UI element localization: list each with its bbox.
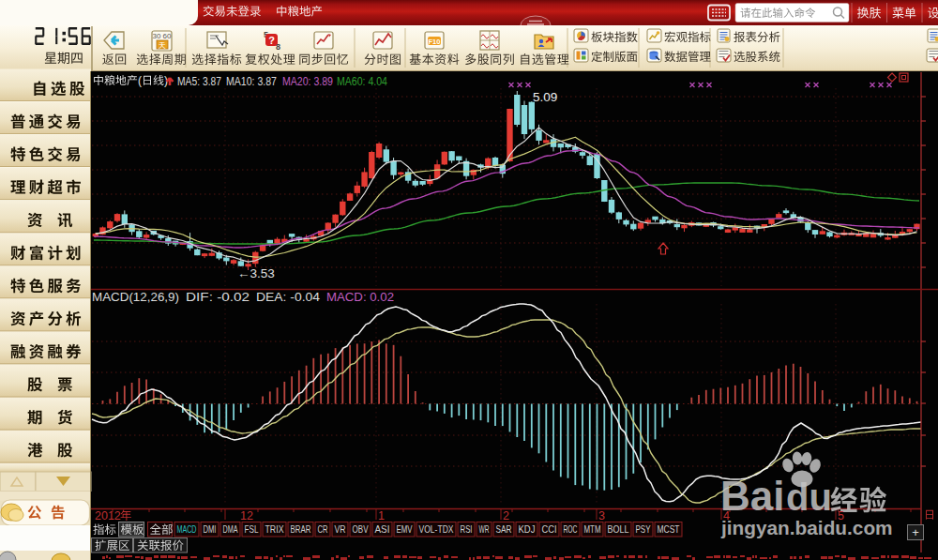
svg-text:2012: 2012: [95, 509, 121, 522]
svg-text:MA20: 3.89: MA20: 3.89: [282, 75, 333, 88]
svg-text:VOL-TDX: VOL-TDX: [419, 523, 454, 535]
svg-text:5: 5: [838, 509, 844, 522]
svg-text:Bai: Bai: [720, 473, 784, 519]
svg-text:SAR: SAR: [496, 523, 512, 535]
svg-text:DEA: -0.04: DEA: -0.04: [256, 291, 320, 304]
svg-text:DIF: -0.02: DIF: -0.02: [186, 291, 250, 304]
svg-text:3: 3: [598, 509, 605, 522]
svg-text:MA60: 4.04: MA60: 4.04: [337, 75, 387, 88]
svg-text:DMA: DMA: [223, 523, 238, 535]
svg-text:天: 天: [159, 41, 166, 50]
svg-text:MACD(12,26,9): MACD(12,26,9): [92, 291, 179, 304]
svg-text:4: 4: [723, 509, 730, 522]
svg-text:BOLL: BOLL: [608, 523, 629, 535]
svg-text:30 60: 30 60: [152, 32, 172, 40]
svg-text:PSY: PSY: [636, 523, 651, 535]
svg-text:ASI: ASI: [375, 523, 390, 535]
svg-text:OBV: OBV: [353, 523, 369, 535]
svg-text:8: 8: [276, 42, 280, 52]
svg-text:VR: VR: [335, 523, 346, 535]
svg-text:FSL: FSL: [245, 523, 259, 535]
svg-text:BRAR: BRAR: [291, 523, 311, 535]
svg-text:WR: WR: [479, 523, 490, 535]
svg-text:DMI: DMI: [204, 523, 217, 535]
svg-text:EMV: EMV: [397, 523, 413, 535]
svg-text:2: 2: [503, 509, 509, 522]
svg-text:MA10: 3.87: MA10: 3.87: [226, 75, 277, 88]
svg-text:12: 12: [240, 509, 253, 522]
svg-text:RSI: RSI: [461, 523, 473, 535]
svg-text:TRIX: TRIX: [265, 523, 284, 535]
svg-text:←3.53: ←3.53: [237, 266, 275, 280]
svg-text:ROC: ROC: [564, 523, 578, 535]
svg-text:jingyan.baidu.com: jingyan.baidu.com: [720, 517, 893, 538]
svg-text:MACD: 0.02: MACD: 0.02: [326, 291, 394, 304]
svg-text:?: ?: [268, 35, 275, 46]
svg-text:MA5: 3.87: MA5: 3.87: [177, 75, 221, 88]
svg-text:F10: F10: [429, 38, 441, 46]
svg-text:MCST: MCST: [658, 523, 680, 535]
svg-text:CR: CR: [318, 523, 328, 535]
svg-text:MACD: MACD: [177, 523, 197, 535]
svg-text:CCI: CCI: [542, 523, 557, 535]
svg-text:1: 1: [378, 509, 385, 522]
svg-text:(: (: [138, 74, 142, 87]
svg-text:MTM: MTM: [584, 523, 601, 535]
svg-text:KDJ: KDJ: [519, 523, 536, 535]
svg-text:5.09: 5.09: [533, 90, 557, 104]
svg-text:+: +: [912, 525, 919, 539]
